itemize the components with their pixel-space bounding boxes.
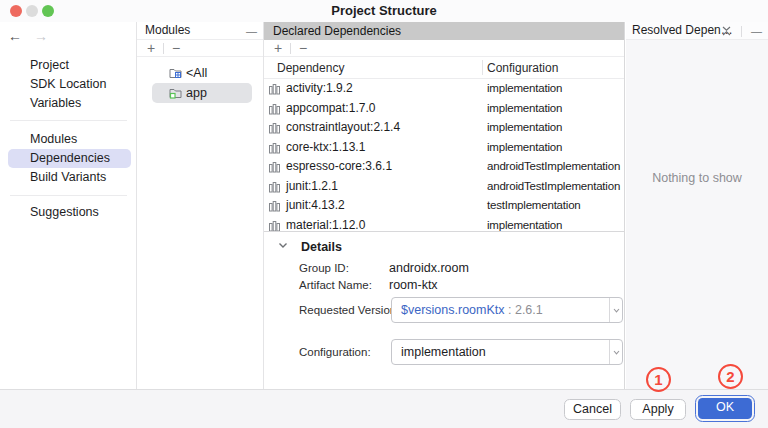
toolbar-separator bbox=[741, 26, 742, 37]
module-item-all-modules[interactable]: <All Modules> bbox=[137, 63, 263, 83]
ok-button-focus-ring: OK bbox=[695, 395, 755, 422]
dependency-configuration: testImplementation bbox=[487, 196, 581, 216]
sidebar-divider bbox=[10, 195, 127, 196]
back-icon[interactable]: ← bbox=[8, 28, 28, 44]
dependency-name: constraintlayout:2.1.4 bbox=[286, 118, 400, 138]
dependency-configuration: androidTestImplementation bbox=[487, 177, 620, 197]
resolved-dependencies-title: Resolved Depen… bbox=[632, 23, 733, 37]
sidebar-item-label: Project bbox=[30, 58, 69, 72]
artifact-name-label: Artifact Name: bbox=[299, 279, 372, 291]
sidebar-item-modules[interactable]: Modules bbox=[8, 130, 131, 149]
configuration-combobox[interactable]: implementation bbox=[391, 339, 623, 365]
remove-module-icon[interactable]: − bbox=[168, 40, 184, 56]
details-section: Details Group ID: androidx.room Artifact… bbox=[264, 231, 624, 389]
group-id-label: Group ID: bbox=[299, 262, 349, 274]
library-icon bbox=[269, 200, 280, 212]
requested-version-combobox[interactable]: $versions.roomKtx : 2.6.1 bbox=[391, 297, 623, 323]
library-icon bbox=[269, 220, 280, 232]
dropdown-arrow-icon[interactable] bbox=[609, 340, 622, 364]
sidebar-item-label: Suggestions bbox=[30, 205, 99, 219]
window-title: Project Structure bbox=[0, 0, 768, 22]
hide-panel-icon[interactable]: — bbox=[246, 22, 257, 40]
library-icon bbox=[269, 161, 280, 173]
annotation-step-2-badge: 2 bbox=[718, 364, 743, 389]
column-header-dependency: Dependency bbox=[277, 57, 344, 79]
declared-dependencies-header: Declared Dependencies bbox=[264, 22, 624, 40]
library-icon bbox=[269, 181, 280, 193]
sidebar-item-sdk-location[interactable]: SDK Location bbox=[8, 75, 131, 94]
ok-button[interactable]: OK bbox=[698, 398, 752, 419]
declared-dependencies-title: Declared Dependencies bbox=[273, 24, 401, 38]
table-row[interactable]: core-ktx:1.13.1 implementation bbox=[264, 138, 624, 158]
table-row[interactable]: material:1.12.0 implementation bbox=[264, 216, 624, 232]
dependency-configuration: implementation bbox=[487, 118, 562, 138]
apply-button[interactable]: Apply bbox=[630, 399, 686, 420]
toolbar-separator bbox=[290, 43, 291, 54]
configuration-label: Configuration: bbox=[299, 346, 371, 358]
modules-toolbar: + − bbox=[137, 40, 263, 57]
requested-version-value: $versions.roomKtx : 2.6.1 bbox=[401, 298, 543, 322]
dependencies-toolbar: + − bbox=[264, 40, 624, 57]
configuration-value: implementation bbox=[401, 340, 486, 364]
resolved-dependencies-panel: Resolved Depen… — Nothing to show bbox=[626, 22, 768, 389]
modules-panel-title: Modules bbox=[145, 23, 190, 37]
sidebar-item-label: Variables bbox=[30, 96, 81, 110]
dependency-configuration: implementation bbox=[487, 138, 562, 158]
sidebar-item-label: Build Variants bbox=[30, 170, 106, 184]
module-item-app[interactable]: app bbox=[137, 83, 263, 103]
toolbar-separator bbox=[163, 43, 164, 54]
artifact-name-value: room-ktx bbox=[389, 278, 438, 292]
project-structure-dialog: Project Structure ← → Project SDK Locati… bbox=[0, 0, 768, 428]
table-row[interactable]: junit:1.2.1 androidTestImplementation bbox=[264, 177, 624, 197]
sidebar-item-suggestions[interactable]: Suggestions bbox=[8, 203, 131, 222]
add-module-icon[interactable]: + bbox=[143, 40, 159, 56]
dependency-name: material:1.12.0 bbox=[286, 216, 365, 232]
resolved-dependencies-header: Resolved Depen… — bbox=[626, 22, 768, 40]
table-row[interactable]: appcompat:1.7.0 implementation bbox=[264, 99, 624, 119]
sidebar-item-label: SDK Location bbox=[30, 77, 106, 91]
remove-dependency-icon[interactable]: − bbox=[295, 40, 311, 56]
sidebar-item-build-variants[interactable]: Build Variants bbox=[8, 168, 131, 187]
details-header[interactable]: Details bbox=[264, 239, 624, 255]
group-id-value: androidx.room bbox=[389, 261, 469, 275]
details-title: Details bbox=[301, 239, 342, 255]
declared-dependencies-panel: Declared Dependencies + − Dependency Con… bbox=[264, 22, 625, 389]
library-icon bbox=[269, 122, 280, 134]
add-dependency-icon[interactable]: + bbox=[270, 40, 286, 56]
dependencies-table-body: activity:1.9.2 implementation appcompat:… bbox=[264, 79, 624, 231]
sidebar-item-dependencies[interactable]: Dependencies bbox=[8, 149, 131, 168]
empty-state-text: Nothing to show bbox=[626, 171, 768, 185]
sidebar-divider bbox=[10, 120, 127, 121]
sidebar-item-label: Modules bbox=[30, 132, 77, 146]
chevron-down-icon bbox=[278, 242, 288, 249]
dependency-configuration: implementation bbox=[487, 79, 562, 99]
sidebar-item-label: Dependencies bbox=[30, 151, 110, 165]
library-icon bbox=[269, 103, 280, 115]
dropdown-arrow-icon[interactable] bbox=[609, 298, 622, 322]
forward-icon: → bbox=[34, 28, 54, 44]
app-module-folder-icon bbox=[169, 87, 182, 99]
table-row[interactable]: junit:4.13.2 testImplementation bbox=[264, 196, 624, 216]
hide-panel-icon[interactable]: — bbox=[751, 22, 762, 40]
collapse-icon[interactable] bbox=[721, 25, 732, 37]
all-modules-folder-icon bbox=[169, 67, 182, 79]
dependency-name: junit:1.2.1 bbox=[286, 177, 338, 197]
sidebar-item-variables[interactable]: Variables bbox=[8, 94, 131, 113]
title-bar: Project Structure bbox=[0, 0, 768, 22]
dependency-name: appcompat:1.7.0 bbox=[286, 99, 375, 119]
history-nav: ← → bbox=[8, 28, 54, 44]
module-label: app bbox=[186, 83, 207, 103]
version-variable: $versions.roomKtx bbox=[401, 303, 505, 317]
dependency-configuration: implementation bbox=[487, 99, 562, 119]
dependencies-table-header: Dependency Configuration bbox=[264, 57, 624, 79]
modules-panel-header: Modules — bbox=[137, 22, 263, 40]
cancel-button[interactable]: Cancel bbox=[564, 399, 621, 420]
table-row[interactable]: constraintlayout:2.1.4 implementation bbox=[264, 118, 624, 138]
dependency-configuration: implementation bbox=[487, 216, 562, 232]
sidebar-item-project[interactable]: Project bbox=[8, 56, 131, 75]
modules-panel: Modules — + − <All Modules> app bbox=[137, 22, 264, 389]
dependency-configuration: androidTestImplementation bbox=[487, 157, 620, 177]
dependency-name: core-ktx:1.13.1 bbox=[286, 138, 365, 158]
table-row[interactable]: espresso-core:3.6.1 androidTestImplement… bbox=[264, 157, 624, 177]
table-row[interactable]: activity:1.9.2 implementation bbox=[264, 79, 624, 99]
